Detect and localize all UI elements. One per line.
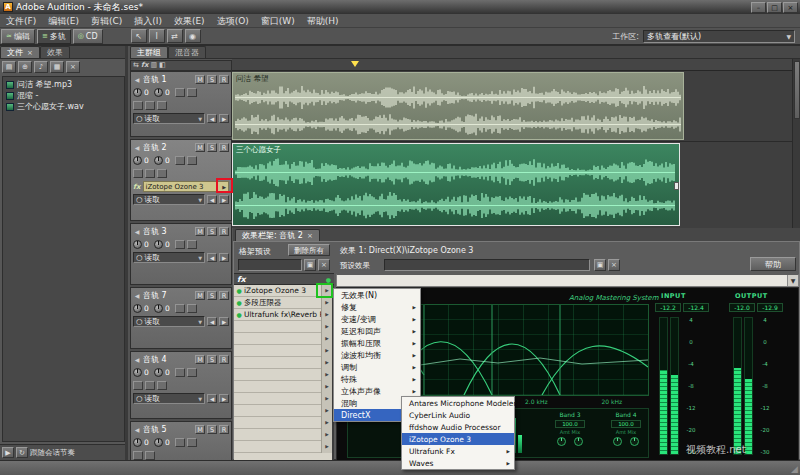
track-name[interactable]: 音轨 3 <box>143 226 193 237</box>
track-name[interactable]: 音轨 1 <box>143 74 193 85</box>
prev-param-button[interactable]: ◀ <box>207 253 217 262</box>
import-file-icon[interactable]: ▤ <box>2 61 16 73</box>
help-button[interactable]: 帮助 <box>750 257 796 271</box>
record-arm-button[interactable]: R <box>219 227 229 236</box>
fx-menu-arrow-icon[interactable]: ▶ <box>321 297 332 309</box>
menu-options[interactable]: 选项(O) <box>211 14 255 28</box>
amt-knob[interactable] <box>557 437 566 446</box>
fx-toggle-icon[interactable]: fx <box>141 61 149 70</box>
pan-knob[interactable] <box>154 304 163 313</box>
output-button[interactable] <box>175 304 185 313</box>
menu-item-restoration[interactable]: 修复▶ <box>334 301 420 313</box>
audio-clip[interactable]: 问洁 希望 <box>232 72 684 140</box>
automation-mode-select[interactable]: ○ 读取 ▼ <box>133 316 205 327</box>
minimize-button[interactable]: – <box>751 2 766 13</box>
fx-slot-row-empty[interactable]: ▶ <box>234 345 332 357</box>
time-selection-tool-icon[interactable]: I <box>149 29 165 43</box>
menu-effects[interactable]: 效果(E) <box>168 14 211 28</box>
fx-slot-row-empty[interactable]: ▶ <box>234 429 332 441</box>
automation-mode-select[interactable]: ○ 读取 ▼ <box>133 252 205 263</box>
track-io-button[interactable] <box>157 381 167 390</box>
multitrack-display[interactable]: 问洁 希望 三个心愿女子 <box>232 71 792 228</box>
track-io-button[interactable] <box>133 101 143 110</box>
save-preset-icon[interactable]: ▣ <box>304 259 316 271</box>
inout-toggle-icon[interactable]: ⇆ <box>133 61 139 70</box>
fx-menu-arrow-icon[interactable]: ▶ <box>321 321 332 333</box>
fx-menu-arrow-icon[interactable]: ▶ <box>321 429 332 441</box>
fx-slot-row-empty[interactable]: ▶ <box>234 381 332 393</box>
record-arm-button[interactable]: R <box>219 425 229 434</box>
cd-view-button[interactable]: ◎ CD <box>73 29 103 44</box>
record-arm-button[interactable]: R <box>219 75 229 84</box>
menu-item-filter-eq[interactable]: 滤波和均衡▶ <box>334 349 420 361</box>
mix-knob[interactable] <box>630 437 639 446</box>
track-io-button[interactable] <box>133 451 143 460</box>
track-name[interactable]: 音轨 5 <box>143 424 193 435</box>
delete-preset-icon[interactable]: × <box>318 259 330 271</box>
menu-window[interactable]: 窗口(W) <box>255 14 301 28</box>
tab-effects-rack[interactable]: 效果栏架: 音轨 2 × <box>235 229 320 241</box>
phase-button[interactable] <box>187 156 197 165</box>
track-name[interactable]: 音轨 7 <box>143 290 193 301</box>
submenu-item-ultrafunk[interactable]: Ultrafunk Fx▶ <box>402 445 514 457</box>
next-param-button[interactable]: ▶ <box>219 114 229 123</box>
fx-slot-row-empty[interactable]: ▶ <box>234 417 332 429</box>
automation-mode-select[interactable]: ○ 读取 ▼ <box>133 194 205 205</box>
tab-effects[interactable]: 效果 <box>40 46 70 58</box>
hybrid-tool-icon[interactable]: ⇄ <box>167 29 183 43</box>
multitrack-view-button[interactable]: ≡ 多轨 <box>37 29 71 44</box>
automation-mode-select[interactable]: ○ 读取 ▼ <box>133 113 205 124</box>
track-io-button[interactable] <box>157 169 167 178</box>
track-io-button[interactable] <box>133 381 143 390</box>
fx-slot-row-empty[interactable]: ▶ <box>234 441 332 453</box>
pan-toggle-icon[interactable]: ◧ <box>159 61 166 70</box>
file-item[interactable]: 混缩 - <box>4 90 123 101</box>
loop-icon[interactable]: ↻ <box>16 447 28 458</box>
fx-slot-row-empty[interactable]: ▶ <box>234 333 332 345</box>
vertical-scrollbar[interactable] <box>792 59 800 228</box>
close-icon[interactable]: × <box>27 47 33 59</box>
meters-toggle-icon[interactable]: ▥ <box>150 61 157 70</box>
next-param-button[interactable]: ▶ <box>219 195 229 204</box>
prev-param-button[interactable]: ◀ <box>207 317 217 326</box>
output-button[interactable] <box>175 438 185 447</box>
track-io-button[interactable] <box>145 101 155 110</box>
mute-button[interactable]: M <box>195 291 205 300</box>
phase-button[interactable] <box>187 438 197 447</box>
solo-button[interactable]: S <box>207 75 217 84</box>
solo-button[interactable]: S <box>207 355 217 364</box>
prev-param-button[interactable]: ◀ <box>207 394 217 403</box>
volume-knob[interactable] <box>133 88 142 97</box>
solo-button[interactable]: S <box>207 227 217 236</box>
submenu-item-ffdshow[interactable]: ffdshow Audio Processor <box>402 421 514 433</box>
track-name[interactable]: 音轨 2 <box>143 142 193 153</box>
output-button[interactable] <box>175 368 185 377</box>
workspace-select[interactable]: 多轨查看(默认) ▼ <box>643 30 795 43</box>
mute-button[interactable]: M <box>195 425 205 434</box>
delete-all-button[interactable]: 删除所有 <box>288 244 330 256</box>
volume-knob[interactable] <box>133 304 142 313</box>
track-io-button[interactable] <box>145 451 155 460</box>
fx-slot-row-empty[interactable]: ▶ <box>234 357 332 369</box>
track-io-button[interactable] <box>133 169 143 178</box>
fx-menu-arrow-icon[interactable]: ▶ <box>321 417 332 429</box>
track-io-button[interactable] <box>157 101 167 110</box>
pan-knob[interactable] <box>154 156 163 165</box>
effect-preset-select[interactable] <box>384 259 590 271</box>
fx-slot-row-empty[interactable]: ▶ <box>234 369 332 381</box>
file-item[interactable]: 三个心愿女子.wav <box>4 101 123 112</box>
move-tool-icon[interactable]: ↖ <box>131 29 147 43</box>
scrub-tool-icon[interactable]: ◉ <box>185 29 201 43</box>
pan-knob[interactable] <box>154 368 163 377</box>
audio-clip-selected[interactable]: 三个心愿女子 <box>232 143 680 226</box>
volume-knob[interactable] <box>133 240 142 249</box>
phase-button[interactable] <box>187 368 197 377</box>
power-icon[interactable]: ● <box>234 311 244 318</box>
menu-item-time-pitch[interactable]: 变速/变调▶ <box>334 313 420 325</box>
fx-slot-row-empty[interactable]: ▶ <box>234 321 332 333</box>
record-arm-button[interactable]: R <box>219 291 229 300</box>
fx-menu-arrow-icon[interactable]: ▶ <box>321 405 332 417</box>
fx-slot-row-empty[interactable]: ▶ <box>234 405 332 417</box>
close-icon[interactable]: × <box>307 230 313 242</box>
volume-knob[interactable] <box>133 438 142 447</box>
